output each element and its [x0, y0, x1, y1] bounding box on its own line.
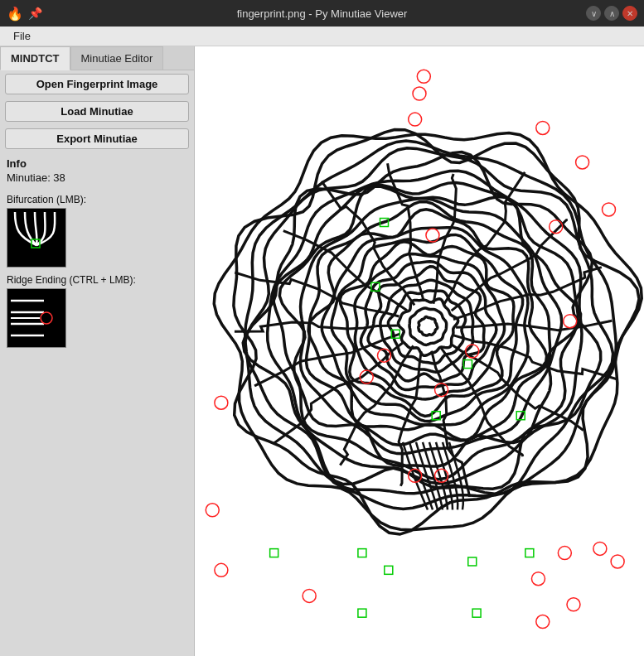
ridge-ending-image: [7, 288, 66, 348]
main-area: MINDTCT Minutiae Editor Open Fingerprint…: [0, 46, 644, 656]
minutiae-count: Minutiae: 38: [7, 171, 187, 184]
info-section: Info Minutiae: 38: [0, 152, 194, 191]
ridge-ending-label: Ridge Ending (CTRL + LMB):: [7, 274, 187, 286]
tab-minutiae-editor[interactable]: Minutiae Editor: [70, 46, 164, 70]
load-minutiae-button[interactable]: Load Minutiae: [5, 101, 189, 122]
file-menu[interactable]: File: [7, 28, 37, 44]
minimize-button[interactable]: ∨: [586, 6, 601, 21]
ridge-ending-legend: Ridge Ending (CTRL + LMB):: [0, 271, 194, 351]
window-title: fingerprint.png - Py Minutiae Viewer: [237, 7, 408, 20]
fingerprint-canvas: [195, 46, 644, 656]
titlebar: 🔥 📌 fingerprint.png - Py Minutiae Viewer…: [0, 0, 644, 27]
app-icon: 🔥: [7, 6, 23, 22]
titlebar-left: 🔥 📌: [7, 6, 42, 22]
tabs: MINDTCT Minutiae Editor: [0, 46, 194, 70]
left-panel: MINDTCT Minutiae Editor Open Fingerprint…: [0, 46, 195, 656]
export-minutiae-button[interactable]: Export Minutiae: [5, 128, 189, 149]
close-button[interactable]: ✕: [622, 6, 637, 21]
bifurcation-label: Bifurcation (LMB):: [7, 194, 187, 205]
fingerprint-panel: [195, 46, 644, 656]
tab-mindtct[interactable]: MINDTCT: [0, 46, 70, 70]
pin-icon: 📌: [28, 7, 42, 20]
titlebar-controls: ∨ ∧ ✕: [586, 6, 637, 21]
bifurcation-image: [7, 208, 66, 268]
menubar: File: [0, 27, 644, 46]
info-title: Info: [7, 157, 187, 170]
bifurcation-legend: Bifurcation (LMB):: [0, 191, 194, 271]
open-fingerprint-button[interactable]: Open Fingerprint Image: [5, 74, 189, 94]
maximize-button[interactable]: ∧: [604, 6, 619, 21]
